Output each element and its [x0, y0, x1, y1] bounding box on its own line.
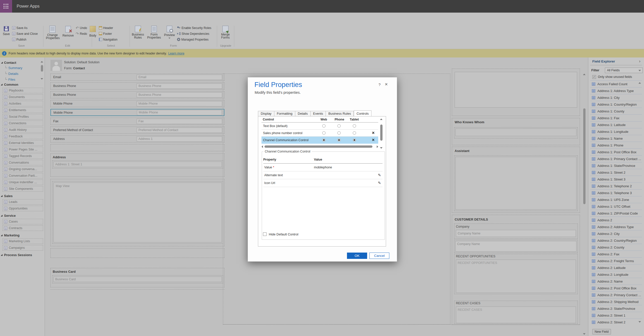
company-field-2[interactable]: Company Name — [455, 241, 576, 252]
list-scroll-down-icon[interactable] — [638, 321, 641, 323]
form-field-row[interactable]: AddressAddress 1 — [50, 135, 224, 142]
recent-opportunities-grid[interactable]: RECENT OPPORTUNITIES — [456, 260, 576, 293]
sidebar-item-marketing-lists[interactable]: Marketing Lists — [3, 238, 43, 244]
hide-default-checkbox[interactable] — [263, 232, 267, 236]
ok-button[interactable]: OK — [347, 253, 367, 259]
field-explorer-item[interactable]: Address 2 — [590, 217, 642, 224]
field-explorer-item[interactable]: Address 2: State/Province — [590, 305, 642, 312]
dialog-tab-events[interactable]: Events — [311, 111, 326, 116]
radio-selected-icon[interactable] — [337, 138, 341, 142]
enable-security-roles-button[interactable]: Enable Security Roles — [177, 25, 211, 30]
tree-root-contact[interactable]: Contact — [0, 60, 45, 65]
sidebar-item-documents[interactable]: Documents — [3, 94, 43, 100]
save-as-button[interactable]: Save As — [12, 25, 27, 30]
sidebar-section-sales[interactable]: Sales — [0, 193, 45, 199]
preview-button[interactable]: Preview — [163, 26, 175, 39]
radio-icon[interactable] — [337, 124, 341, 128]
field-explorer-item[interactable]: Address 2: Street 2 — [590, 319, 642, 325]
field-input[interactable]: Mobile Phone — [137, 110, 222, 115]
remove-button[interactable]: Remove — [62, 26, 75, 37]
who-knows-whom-field[interactable] — [455, 129, 576, 136]
unused-fields-checkbox[interactable]: ✓ — [592, 75, 596, 79]
show-dependencies-button[interactable]: Show Dependencies — [177, 31, 209, 36]
field-explorer-item[interactable]: Address 2: Shipping Method — [590, 298, 642, 305]
field-explorer-item[interactable]: Address 2: County — [590, 244, 642, 251]
field-input[interactable]: Business Phone — [137, 92, 222, 98]
save-button[interactable]: Save — [1, 26, 12, 36]
field-explorer-item[interactable]: Address 2: Latitude — [590, 264, 642, 271]
sidebar-item-cases[interactable]: Cases — [3, 219, 43, 224]
field-input[interactable]: Preferred Method of Contact — [137, 128, 222, 133]
field-explorer-item[interactable]: Address 2: Longitude — [590, 271, 642, 278]
sidebar-item-feedback[interactable]: Feedback — [3, 134, 43, 139]
field-explorer-item[interactable]: Address 1: City — [590, 94, 642, 101]
company-field[interactable]: Company Name — [456, 230, 576, 237]
control-table-hscrollbar[interactable] — [261, 145, 378, 148]
field-explorer-item[interactable]: Address 1: Primary Contact ... — [590, 156, 642, 162]
field-explorer-item[interactable]: Address 1: Telephone 2 — [590, 183, 642, 190]
merge-forms-button[interactable]: Merge Forms — [218, 26, 232, 39]
assistant-control[interactable] — [455, 157, 576, 210]
field-explorer-item[interactable]: Address 1: Name — [590, 135, 642, 142]
sidebar-item-activities[interactable]: Activities — [3, 101, 43, 106]
top-empty-section[interactable] — [452, 69, 580, 116]
who-knows-whom-section[interactable]: Who Knows Whom — [452, 118, 580, 145]
field-explorer-item[interactable]: Address 2: Name — [590, 278, 642, 285]
field-explorer-item[interactable]: Access Failed Count — [590, 81, 642, 87]
radio-icon[interactable] — [353, 131, 356, 135]
dialog-tab-business-rules[interactable]: Business Rules — [326, 111, 354, 116]
form-field-row[interactable]: Business PhoneBusiness Phone — [50, 91, 224, 98]
field-explorer-item[interactable]: Address 1: State/Province — [590, 162, 642, 169]
change-properties-button[interactable]: Change Properties — [46, 26, 59, 40]
sidebar-item-tagged-records[interactable]: Tagged Records — [3, 153, 43, 159]
empty-section[interactable] — [50, 248, 224, 258]
form-field-row[interactable]: Preferred Method of ContactPreferred Met… — [50, 127, 224, 134]
navigation-button[interactable]: Navigation — [99, 37, 118, 42]
sidebar-item-campaigns[interactable]: Campaigns — [3, 245, 43, 251]
tree-item-details[interactable]: Details — [0, 71, 45, 77]
radio-selected-icon[interactable] — [353, 138, 356, 142]
field-explorer-item[interactable]: Address 2: Primary Contact ... — [590, 292, 642, 298]
sidebar-item-social-profiles[interactable]: Social Profiles — [3, 114, 43, 119]
learn-more-link[interactable]: Learn more — [168, 52, 184, 55]
map-view-control[interactable]: Map View — [53, 182, 222, 242]
property-row[interactable]: Value *mobilephone — [263, 164, 383, 171]
sidebar-item-ongoing-conversa-[interactable]: Ongoing conversa... — [3, 166, 43, 172]
undo-button[interactable]: ↶ Undo — [76, 25, 87, 30]
filter-dropdown[interactable]: All Fields — [605, 68, 643, 73]
control-row[interactable]: Channel Communication Control× — [261, 137, 378, 144]
control-table-vscrollbar[interactable] — [380, 118, 383, 149]
field-explorer-item[interactable]: Address 2: Street 1 — [590, 312, 642, 319]
field-explorer-item[interactable]: Address 1: Telephone 3 — [590, 190, 642, 196]
sidebar-item-conversations[interactable]: Conversations — [3, 160, 43, 165]
sidebar-item-conversation-parti-[interactable]: Conversation Parti... — [3, 173, 43, 178]
field-explorer-item[interactable]: Address 2: Address Type — [590, 224, 642, 230]
form-field-row[interactable]: FaxFax — [50, 118, 224, 125]
customer-details-section[interactable]: CUSTOMER DETAILS Company Company Name Co… — [452, 215, 580, 325]
field-explorer-item[interactable]: Address 1: Country/Region — [590, 101, 642, 108]
empty-field-row[interactable] — [50, 144, 224, 151]
publish-button[interactable]: Publish — [12, 37, 26, 42]
form-field-row[interactable]: Business PhoneBusiness Phone — [50, 82, 224, 89]
sidebar-item-playbooks[interactable]: Playbooks — [3, 88, 43, 93]
tree-item-files[interactable]: Files — [0, 77, 45, 81]
field-input[interactable]: Mobile Phone — [137, 101, 222, 106]
field-explorer-item[interactable]: Address 1: Phone — [590, 142, 642, 149]
field-input[interactable]: Email — [137, 75, 222, 80]
edit-pencil-icon[interactable]: ✎ — [378, 181, 381, 185]
sidebar-section-process-sessions[interactable]: Process Sessions — [0, 252, 45, 258]
field-explorer-item[interactable]: Address 2: Fax — [590, 251, 642, 258]
field-explorer-item[interactable]: Address 1: UTC Offset — [590, 203, 642, 210]
address-section[interactable]: Address Address 1: Street 1 — [50, 154, 224, 177]
business-card-section[interactable]: Business Card Business Card — [50, 268, 224, 287]
redo-button[interactable]: ↷ Redo — [76, 31, 87, 36]
field-explorer-item[interactable]: Address 1: Street 2 — [590, 169, 642, 176]
form-field-row[interactable]: Mobile PhoneMobile Phone — [50, 109, 224, 116]
business-card-field[interactable]: Business Card — [53, 277, 222, 282]
field-explorer-item[interactable]: Address 1: Address Type — [590, 87, 642, 94]
sidebar-section-common[interactable]: Common — [0, 81, 45, 88]
sidebar-item-connections[interactable]: Connections — [3, 120, 43, 126]
body-button[interactable]: Body — [88, 26, 97, 37]
field-explorer-item[interactable]: Address 2: Post Office Box — [590, 285, 642, 292]
remove-control-icon[interactable]: × — [372, 130, 375, 135]
